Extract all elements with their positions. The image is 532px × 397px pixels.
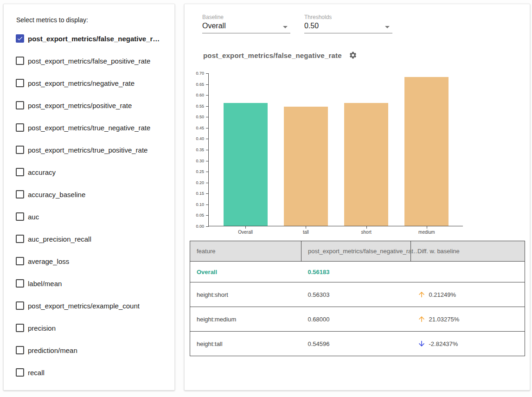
diff-value: 0.21249% <box>429 291 456 298</box>
x-axis-label-medium: medium <box>418 230 435 235</box>
metric-label: recall <box>28 369 45 377</box>
metric-label: average_loss <box>28 257 69 265</box>
x-axis-label-tall: tall <box>303 230 309 235</box>
metric-value-cell: 0.54596 <box>301 332 411 356</box>
feature-cell: height:medium <box>190 307 301 332</box>
table-header-row: feature post_export_metrics/false_negati… <box>190 241 525 262</box>
metric-item-prediction-mean[interactable]: prediction/mean <box>16 339 171 361</box>
checkbox-unchecked-icon[interactable] <box>16 346 24 354</box>
y-axis-tick-label: 0.50 <box>196 115 204 119</box>
checkbox-unchecked-icon[interactable] <box>16 101 24 109</box>
metric-label: post_export_metrics/negative_rate <box>28 79 135 87</box>
metrics-table: feature post_export_metrics/false_negati… <box>190 241 525 356</box>
checkbox-unchecked-icon[interactable] <box>16 257 24 265</box>
thresholds-select-label: Thresholds <box>304 14 392 20</box>
metric-item-recall[interactable]: recall <box>16 361 171 384</box>
metric-label: auc_precision_recall <box>28 235 91 243</box>
diff-value: 21.03275% <box>429 316 460 323</box>
metric-item-auc[interactable]: auc <box>16 205 171 228</box>
metric-item-post-export-metrics-true-negative-rate[interactable]: post_export_metrics/true_negative_rate <box>16 116 171 139</box>
chevron-down-icon <box>385 26 390 28</box>
column-header-diff: Diff. w. baseline <box>411 241 525 262</box>
checkbox-unchecked-icon[interactable] <box>16 279 24 288</box>
metric-value-cell: 0.56183 <box>301 262 411 282</box>
thresholds-select[interactable]: Thresholds 0.50 <box>304 14 392 33</box>
metrics-panel: Baseline Overall Thresholds 0.50 post_ex… <box>184 4 530 391</box>
diff-cell <box>411 262 525 282</box>
diff-value: -2.82437% <box>429 340 458 347</box>
metric-label: accuracy <box>28 168 56 176</box>
y-axis-tick-label: 0.00 <box>196 224 204 229</box>
y-axis-tick-label: 0.20 <box>196 180 204 185</box>
metric-label: prediction/mean <box>28 346 77 354</box>
checkbox-unchecked-icon[interactable] <box>16 123 24 132</box>
y-axis-tick-label: 0.55 <box>196 104 204 109</box>
bar-Overall[interactable] <box>224 103 268 226</box>
metric-value-cell: 0.68000 <box>301 307 411 332</box>
metric-value-cell: 0.56303 <box>301 282 411 307</box>
metric-label: post_export_metrics/true_positive_rate <box>28 146 147 154</box>
metric-item-average-loss[interactable]: average_loss <box>16 250 171 272</box>
checkbox-unchecked-icon[interactable] <box>16 168 24 176</box>
baseline-select-label: Baseline <box>202 14 290 20</box>
baseline-select-value: Overall <box>202 22 226 30</box>
metric-item-post-export-metrics-false-negative-r[interactable]: post_export_metrics/false_negative_r… <box>16 27 171 50</box>
metric-label: post_export_metrics/example_count <box>28 302 140 310</box>
metric-label: post_export_metrics/positive_rate <box>28 102 132 109</box>
y-axis-tick-label: 0.35 <box>196 147 204 152</box>
metric-item-precision[interactable]: precision <box>16 317 171 339</box>
y-axis-tick-label: 0.15 <box>196 191 204 196</box>
bar-tall[interactable] <box>284 107 328 226</box>
metric-item-post-export-metrics-example-count[interactable]: post_export_metrics/example_count <box>16 295 171 317</box>
metrics-list: post_export_metrics/false_negative_r…pos… <box>16 27 171 384</box>
table-row-height-medium: height:medium0.6800021.03275% <box>190 307 525 332</box>
checkbox-checked-icon[interactable] <box>16 34 24 43</box>
bar-medium[interactable] <box>404 77 449 226</box>
metric-item-post-export-metrics-true-positive-rate[interactable]: post_export_metrics/true_positive_rate <box>16 139 171 161</box>
metric-item-post-export-metrics-false-positive-rate[interactable]: post_export_metrics/false_positive_rate <box>16 50 171 72</box>
checkbox-unchecked-icon[interactable] <box>16 190 24 198</box>
checkbox-unchecked-icon[interactable] <box>16 301 24 310</box>
metric-selector-heading: Select metrics to display: <box>16 16 88 24</box>
checkbox-unchecked-icon[interactable] <box>16 324 24 332</box>
diff-cell: -2.82437% <box>411 332 525 356</box>
metric-item-auc-precision-recall[interactable]: auc_precision_recall <box>16 228 171 250</box>
metric-item-label-mean[interactable]: label/mean <box>16 272 171 295</box>
y-axis-tick-label: 0.25 <box>196 169 204 174</box>
checkbox-unchecked-icon[interactable] <box>16 212 24 221</box>
thresholds-select-value: 0.50 <box>304 22 319 30</box>
metric-label: label/mean <box>28 280 62 288</box>
baseline-select[interactable]: Baseline Overall <box>202 14 290 33</box>
metric-label: post_export_metrics/false_negative_r… <box>28 35 160 43</box>
chart-title: post_export_metrics/false_negative_rate <box>203 51 342 59</box>
x-axis-label-short: short <box>361 230 372 235</box>
table-row-height-tall: height:tall0.54596-2.82437% <box>190 332 525 356</box>
x-axis-label-Overall: Overall <box>238 230 253 235</box>
checkbox-unchecked-icon[interactable] <box>16 235 24 243</box>
metric-item-accuracy[interactable]: accuracy <box>16 161 171 183</box>
column-header-metric: post_export_metrics/false_negative_rat… <box>301 241 411 262</box>
settings-gear-icon[interactable] <box>349 51 357 59</box>
chevron-down-icon <box>283 26 288 28</box>
bar-short[interactable] <box>344 103 388 226</box>
y-axis-tick-label: 0.05 <box>196 213 204 218</box>
metric-item-post-export-metrics-negative-rate[interactable]: post_export_metrics/negative_rate <box>16 72 171 94</box>
arrow-down-icon <box>417 339 426 348</box>
metric-item-accuracy-baseline[interactable]: accuracy_baseline <box>16 183 171 205</box>
metric-label: post_export_metrics/false_positive_rate <box>28 57 150 65</box>
arrow-up-icon <box>417 315 426 323</box>
table-row-height-short: height:short0.563030.21249% <box>190 282 525 307</box>
metric-label: auc <box>28 213 39 221</box>
metric-item-post-export-metrics-positive-rate[interactable]: post_export_metrics/positive_rate <box>16 94 171 116</box>
checkbox-unchecked-icon[interactable] <box>16 368 24 377</box>
metric-label: post_export_metrics/true_negative_rate <box>28 124 150 132</box>
checkbox-unchecked-icon[interactable] <box>16 79 24 87</box>
y-axis-tick-label: 0.60 <box>196 93 204 97</box>
feature-cell: height:tall <box>190 332 301 356</box>
y-axis-tick-label: 0.10 <box>196 202 204 207</box>
checkbox-unchecked-icon[interactable] <box>16 146 24 154</box>
diff-cell: 21.03275% <box>411 307 525 332</box>
y-axis-tick-label: 0.65 <box>196 82 204 87</box>
checkbox-unchecked-icon[interactable] <box>16 57 24 65</box>
y-axis-tick-label: 0.30 <box>196 159 204 163</box>
